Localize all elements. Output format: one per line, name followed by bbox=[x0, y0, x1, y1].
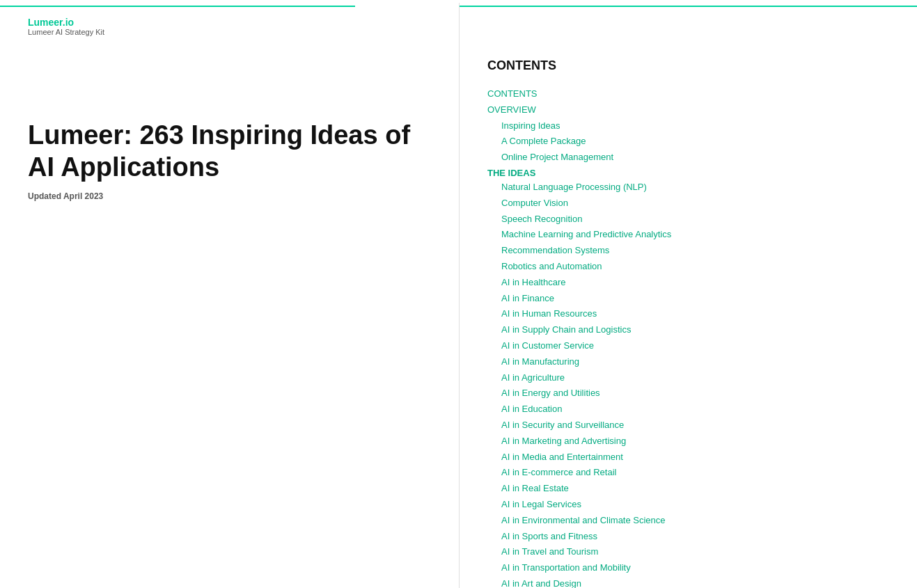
toc-list: CONTENTS OVERVIEW Inspiring Ideas A Comp… bbox=[487, 87, 889, 588]
list-item: CONTENTS bbox=[487, 87, 889, 102]
list-item: A Complete Package bbox=[487, 134, 889, 149]
toc-link-computer-vision[interactable]: Computer Vision bbox=[501, 198, 568, 208]
toc-link-complete-package[interactable]: A Complete Package bbox=[501, 136, 586, 146]
toc-link-customer-service[interactable]: AI in Customer Service bbox=[501, 340, 594, 351]
updated-date: Updated April 2023 bbox=[28, 191, 431, 201]
toc-link-ecommerce[interactable]: AI in E-commerce and Retail bbox=[501, 467, 616, 477]
list-item: AI in Agriculture bbox=[487, 371, 889, 386]
right-top-line bbox=[460, 6, 917, 7]
list-item: AI in Security and Surveillance bbox=[487, 418, 889, 433]
list-item: AI in Art and Design bbox=[487, 577, 889, 588]
list-item: AI in Media and Entertainment bbox=[487, 450, 889, 465]
toc-link-finance[interactable]: AI in Finance bbox=[501, 293, 554, 303]
brand-name[interactable]: Lumeer.io bbox=[28, 17, 431, 28]
list-item: AI in Transportation and Mobility bbox=[487, 561, 889, 575]
toc-section-the-ideas[interactable]: THE IDEAS bbox=[487, 168, 535, 178]
toc-link-nlp[interactable]: Natural Language Processing (NLP) bbox=[501, 182, 647, 192]
toc-link-recommendation[interactable]: Recommendation Systems bbox=[501, 245, 609, 255]
toc-link-healthcare[interactable]: AI in Healthcare bbox=[501, 277, 566, 287]
toc-link-marketing[interactable]: AI in Marketing and Advertising bbox=[501, 436, 626, 446]
list-item: AI in Finance bbox=[487, 292, 889, 306]
toc-link-sports[interactable]: AI in Sports and Fitness bbox=[501, 531, 597, 541]
toc-link-legal[interactable]: AI in Legal Services bbox=[501, 499, 581, 509]
list-item: AI in Real Estate bbox=[487, 482, 889, 496]
toc-link-energy[interactable]: AI in Energy and Utilities bbox=[501, 388, 600, 398]
toc-link-supply-chain[interactable]: AI in Supply Chain and Logistics bbox=[501, 324, 631, 335]
list-item: AI in Supply Chain and Logistics bbox=[487, 323, 889, 337]
list-item: AI in Manufacturing bbox=[487, 355, 889, 370]
list-item: Speech Recognition bbox=[487, 212, 889, 227]
list-item: Online Project Management bbox=[487, 150, 889, 165]
toc-link-agriculture[interactable]: AI in Agriculture bbox=[501, 372, 565, 383]
toc-link-environmental[interactable]: AI in Environmental and Climate Science bbox=[501, 515, 666, 525]
list-item: AI in E-commerce and Retail bbox=[487, 466, 889, 480]
toc-link-ml-analytics[interactable]: Machine Learning and Predictive Analytic… bbox=[501, 229, 671, 239]
toc-link-inspiring-ideas[interactable]: Inspiring Ideas bbox=[501, 120, 561, 131]
toc-link-manufacturing[interactable]: AI in Manufacturing bbox=[501, 356, 579, 367]
list-item: AI in Education bbox=[487, 402, 889, 417]
brand-subtitle: Lumeer AI Strategy Kit bbox=[28, 28, 431, 36]
list-item: AI in Legal Services bbox=[487, 498, 889, 512]
toc-link-media[interactable]: AI in Media and Entertainment bbox=[501, 452, 623, 462]
list-item: Computer Vision bbox=[487, 196, 889, 211]
toc-link-art[interactable]: AI in Art and Design bbox=[501, 578, 581, 588]
toc-link-security[interactable]: AI in Security and Surveillance bbox=[501, 420, 624, 430]
list-item: Inspiring Ideas bbox=[487, 119, 889, 134]
list-item: OVERVIEW bbox=[487, 103, 889, 118]
toc-link-hr[interactable]: AI in Human Resources bbox=[501, 308, 597, 319]
toc-link-robotics[interactable]: Robotics and Automation bbox=[501, 261, 602, 271]
toc-link-travel[interactable]: AI in Travel and Tourism bbox=[501, 546, 598, 557]
logo-area: Lumeer.io Lumeer AI Strategy Kit bbox=[28, 17, 431, 36]
toc-link-contents[interactable]: CONTENTS bbox=[487, 88, 538, 99]
toc-link-transportation[interactable]: AI in Transportation and Mobility bbox=[501, 562, 631, 573]
left-panel: Lumeer.io Lumeer AI Strategy Kit Lumeer:… bbox=[0, 3, 460, 588]
list-item: Natural Language Processing (NLP) bbox=[487, 180, 889, 195]
list-item: AI in Travel and Tourism bbox=[487, 545, 889, 559]
list-item: AI in Environmental and Climate Science bbox=[487, 514, 889, 528]
list-item: AI in Marketing and Advertising bbox=[487, 434, 889, 449]
right-panel: CONTENTS CONTENTS OVERVIEW Inspiring Ide… bbox=[460, 3, 917, 588]
list-item: AI in Human Resources bbox=[487, 307, 889, 321]
toc-link-overview[interactable]: OVERVIEW bbox=[487, 104, 536, 115]
list-item: AI in Healthcare bbox=[487, 276, 889, 290]
list-item: AI in Energy and Utilities bbox=[487, 386, 889, 401]
list-item: AI in Sports and Fitness bbox=[487, 530, 889, 544]
left-top-line bbox=[0, 6, 355, 7]
toc-link-speech-recognition[interactable]: Speech Recognition bbox=[501, 214, 582, 224]
list-item: THE IDEAS bbox=[487, 166, 889, 179]
main-title: Lumeer: 263 Inspiring Ideas of AI Applic… bbox=[28, 120, 431, 183]
toc-link-education[interactable]: AI in Education bbox=[501, 404, 562, 414]
toc-link-real-estate[interactable]: AI in Real Estate bbox=[501, 483, 569, 493]
list-item: Recommendation Systems bbox=[487, 244, 889, 258]
list-item: AI in Customer Service bbox=[487, 339, 889, 353]
list-item: Robotics and Automation bbox=[487, 260, 889, 274]
toc-link-online-project[interactable]: Online Project Management bbox=[501, 152, 613, 162]
list-item: Machine Learning and Predictive Analytic… bbox=[487, 228, 889, 242]
contents-heading: CONTENTS bbox=[487, 58, 889, 73]
